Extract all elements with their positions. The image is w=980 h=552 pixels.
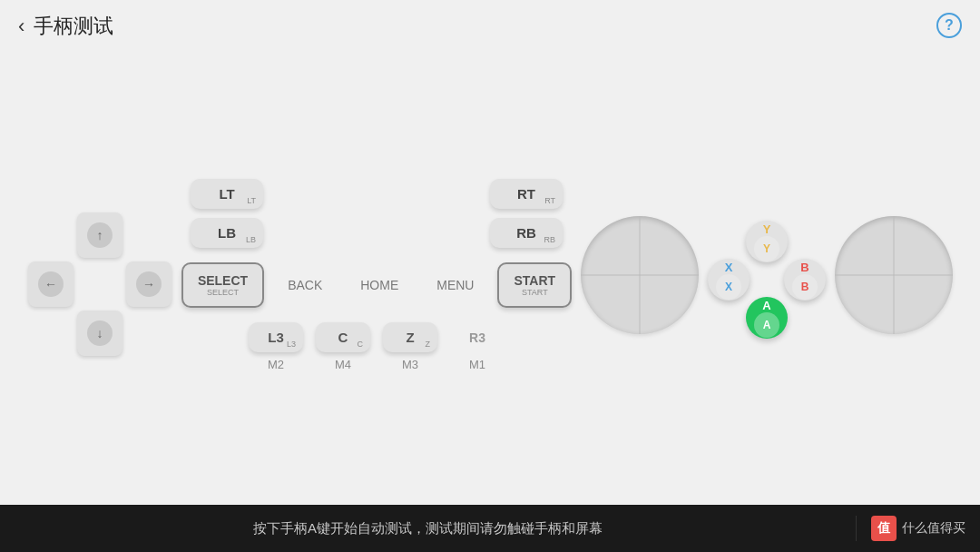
left-joystick-section	[581, 216, 699, 334]
dpad-right[interactable]: →	[126, 261, 172, 307]
a-button[interactable]: A A	[746, 297, 788, 339]
y-button[interactable]: Y Y	[746, 221, 788, 262]
dpad: ↑ ← → ↓	[28, 212, 172, 356]
rt-sublabel: RT	[544, 196, 555, 205]
r3-button[interactable]: R3	[450, 323, 505, 352]
lt-sublabel: LT	[247, 196, 256, 205]
l3-group: L3 L3 M2	[249, 322, 303, 371]
main-content: ↑ ← → ↓ LT LT	[0, 53, 980, 498]
center-section: LT LT LB LB RT RT RB RB	[172, 179, 581, 371]
rb-sublabel: RB	[544, 235, 555, 244]
footer-text: 按下手柄A键开始自动测试，测试期间请勿触碰手柄和屏幕	[0, 520, 856, 537]
start-button[interactable]: START START	[497, 262, 572, 308]
abxy-section: Y Y X X B B A A	[699, 212, 835, 339]
a-inner: A	[754, 312, 779, 338]
dpad-down[interactable]: ↓	[77, 310, 122, 356]
l3-button[interactable]: L3 L3	[249, 322, 303, 352]
z-sublabel: Z	[426, 340, 431, 349]
select-sublabel: SELECT	[198, 288, 248, 297]
brand-name: 什么值得买	[902, 520, 965, 537]
start-sublabel: START	[514, 288, 555, 297]
b-button[interactable]: B B	[784, 259, 826, 301]
y-inner: Y	[754, 236, 779, 261]
l3-m-label: M2	[268, 358, 284, 371]
c-m-label: M4	[335, 358, 351, 371]
footer: 按下手柄A键开始自动测试，测试期间请勿触碰手柄和屏幕 值 什么值得买	[0, 505, 980, 552]
dpad-empty-br	[126, 310, 172, 356]
r3-m-label: M1	[469, 358, 485, 371]
lb-sublabel: LB	[246, 235, 256, 244]
b-inner: B	[792, 274, 818, 300]
help-button[interactable]: ?	[936, 13, 962, 38]
dpad-right-arrow: →	[136, 271, 162, 297]
center-buttons-row: SELECT SELECT BACK HOME MENU START START	[181, 262, 572, 308]
l3-sublabel: L3	[287, 340, 296, 349]
home-button[interactable]: HOME	[346, 269, 413, 301]
rt-button[interactable]: RT RT	[490, 179, 563, 209]
left-joystick[interactable]	[581, 216, 699, 334]
bottom-buttons-row: L3 L3 M2 C C M4 Z Z M3	[249, 322, 505, 371]
rb-button[interactable]: RB RB	[490, 218, 563, 248]
lb-button[interactable]: LB LB	[191, 218, 263, 248]
c-sublabel: C	[358, 340, 364, 349]
select-button[interactable]: SELECT SELECT	[181, 262, 264, 308]
b-label: B	[800, 261, 808, 274]
right-joystick-section	[835, 216, 953, 334]
back-button[interactable]: ‹	[18, 15, 24, 38]
dpad-up[interactable]: ↑	[77, 212, 122, 258]
z-group: Z Z M3	[383, 322, 437, 371]
back-button-center[interactable]: BACK	[273, 269, 337, 301]
x-inner: X	[716, 274, 741, 300]
z-button[interactable]: Z Z	[383, 322, 437, 352]
c-group: C C M4	[316, 322, 370, 371]
r3-group: R3 M1	[450, 323, 505, 371]
right-joystick[interactable]	[835, 216, 953, 334]
y-label: Y	[763, 222, 771, 236]
dpad-empty-tl	[28, 212, 74, 258]
right-shoulder-group: RT RT RB RB	[490, 179, 563, 248]
left-shoulder-group: LT LT LB LB	[191, 179, 263, 248]
dpad-left-arrow: ←	[38, 271, 64, 297]
dpad-down-arrow: ↓	[87, 320, 113, 346]
lt-button[interactable]: LT LT	[191, 179, 263, 209]
dpad-section: ↑ ← → ↓	[27, 194, 172, 356]
brand-icon: 值	[871, 516, 897, 541]
c-button[interactable]: C C	[316, 322, 370, 352]
a-label: A	[762, 299, 770, 312]
footer-brand: 值 什么值得买	[856, 516, 980, 541]
x-label: X	[725, 261, 733, 274]
menu-button[interactable]: MENU	[422, 269, 488, 301]
z-m-label: M3	[402, 358, 418, 371]
header: ‹ 手柄测试 ?	[0, 0, 980, 53]
x-button[interactable]: X X	[708, 259, 750, 301]
shoulder-row: LT LT LB LB RT RT RB RB	[172, 179, 581, 248]
dpad-empty-bl	[28, 310, 74, 356]
dpad-left[interactable]: ←	[28, 261, 74, 307]
abxy-buttons: Y Y X X B B A A	[708, 221, 826, 339]
page-title: 手柄测试	[34, 13, 113, 40]
dpad-center	[77, 261, 122, 307]
dpad-up-arrow: ↑	[87, 222, 113, 248]
dpad-empty-tr	[126, 212, 172, 258]
